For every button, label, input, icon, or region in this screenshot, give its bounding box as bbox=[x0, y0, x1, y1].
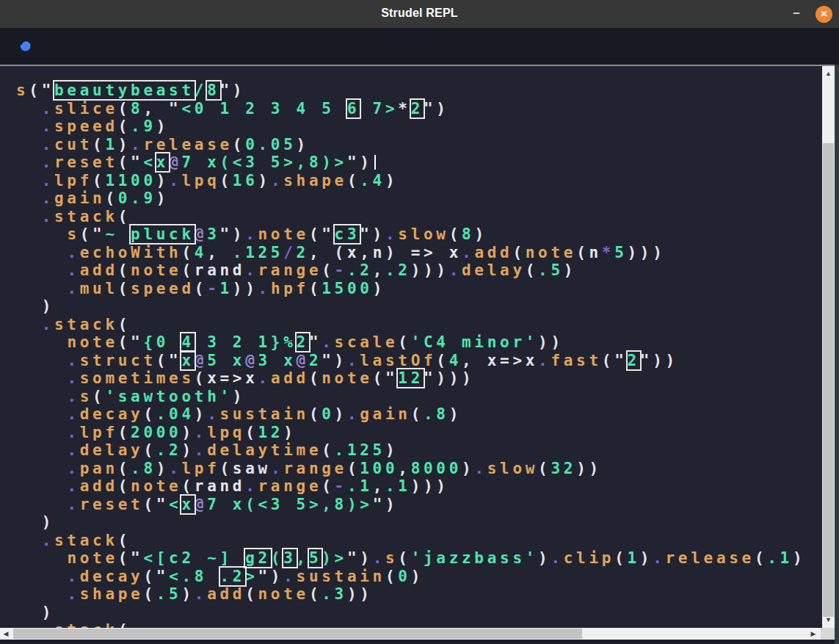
code-line[interactable]: ) bbox=[16, 297, 805, 316]
code-token-fn: sustain bbox=[220, 405, 309, 423]
code-area[interactable]: s("beautybeast/8") .slice(8, "<0 1 2 3 4… bbox=[0, 66, 805, 628]
code-line[interactable]: ) bbox=[16, 604, 805, 622]
code-token-pun bbox=[16, 100, 42, 117]
code-token-pun: ( bbox=[449, 225, 462, 243]
code-token-fn: gain bbox=[54, 189, 105, 207]
code-token-pun: ) bbox=[16, 513, 54, 531]
code-token-str: 'sawtooth' bbox=[105, 388, 232, 405]
highlighted-event-token: beautybeast bbox=[54, 82, 195, 99]
scroll-down-arrow-icon[interactable]: ▼ bbox=[822, 617, 835, 623]
code-token-pun bbox=[16, 585, 67, 603]
code-token-pun: ( bbox=[347, 172, 360, 189]
code-token-pun: ) bbox=[233, 388, 245, 405]
code-token-pun bbox=[16, 477, 67, 495]
code-line[interactable]: s("~ pluck@3").note("c3").slow(8) bbox=[16, 225, 805, 244]
code-token-pun: ( bbox=[118, 208, 131, 225]
titlebar[interactable]: Strudel REPL – ✕ bbox=[0, 0, 839, 28]
code-token-str: .8 bbox=[424, 405, 449, 423]
code-token-fn: add bbox=[474, 244, 512, 261]
code-line[interactable]: note("<[c2 ~] g2(3,5)>").s('jazzbass').c… bbox=[16, 549, 805, 568]
code-token-var: x bbox=[487, 352, 500, 369]
code-token-dot: . bbox=[271, 172, 283, 189]
code-token-pun bbox=[16, 189, 42, 207]
code-line[interactable]: .reset("<x@7 x(<3 5>,8)>") bbox=[16, 153, 805, 172]
code-line[interactable]: .pan(.8).lpf(saw.range(100,8000).slow(32… bbox=[16, 460, 805, 478]
code-token-pun: ) bbox=[181, 441, 194, 459]
code-line[interactable]: .decay("<.8 .2>").sustain(0) bbox=[16, 568, 805, 586]
code-token-dot: . bbox=[245, 261, 258, 279]
code-token-str: .4 bbox=[360, 172, 385, 189]
code-token-str: 7 x(<3 5>,8)> bbox=[207, 496, 372, 513]
code-line[interactable]: .lpf(2000).lpq(12) bbox=[16, 424, 805, 442]
code-token-dot: . bbox=[385, 225, 398, 243]
horizontal-scrollbar[interactable]: ◀ ▶ bbox=[0, 628, 821, 640]
strudel-spiral-logo-icon[interactable] bbox=[15, 36, 35, 56]
horizontal-scrollbar-thumb[interactable] bbox=[13, 629, 582, 639]
code-token-dot: . bbox=[347, 405, 360, 423]
code-line[interactable]: .mul(speed(-1)).hpf(1500) bbox=[16, 280, 805, 298]
code-line[interactable]: .speed(.9) bbox=[16, 117, 805, 136]
code-line[interactable]: .s('sawtooth') bbox=[16, 388, 805, 406]
code-line[interactable]: .delay(.2).delaytime(.125) bbox=[16, 441, 805, 460]
code-line[interactable]: s("beautybeast/8") bbox=[16, 82, 805, 100]
code-token-pun: ( bbox=[755, 549, 767, 567]
code-token-fn: gain bbox=[360, 405, 410, 423]
minimize-icon: – bbox=[793, 6, 799, 20]
scroll-up-arrow-icon[interactable]: ▲ bbox=[822, 70, 835, 77]
code-line[interactable]: ) bbox=[16, 513, 805, 532]
code-line[interactable]: .slice(8, "<0 1 2 3 4 5 6 7>*2") bbox=[16, 100, 805, 118]
code-token-fn: decay bbox=[80, 568, 144, 585]
vertical-scrollbar[interactable]: ▲ ▼ bbox=[822, 66, 835, 628]
code-line[interactable]: .add(note(rand.range(-.1,.1))) bbox=[16, 477, 805, 496]
code-line[interactable]: .reset("<x@7 x(<3 5>,8)>") bbox=[16, 496, 805, 514]
minimize-button[interactable]: – bbox=[786, 3, 807, 23]
code-token-pun: ) bbox=[564, 261, 576, 279]
code-token-fn: stack bbox=[54, 621, 118, 628]
code-line[interactable]: .stack( bbox=[16, 316, 805, 334]
code-token-pun: ) bbox=[118, 136, 131, 153]
code-token-pun: " bbox=[309, 333, 322, 351]
code-line[interactable]: .stack( bbox=[16, 208, 805, 226]
code-line[interactable]: .echoWith(4, .125/2, (x,n) => x.add(note… bbox=[16, 244, 805, 262]
code-token-pun bbox=[16, 280, 67, 297]
code-token-fn: lpf bbox=[80, 424, 118, 441]
code-line[interactable]: .struct("x@5 x@3 x@2").lastOf(4, x=>x.fa… bbox=[16, 352, 805, 370]
code-token-pun: ( bbox=[322, 441, 334, 459]
scroll-left-arrow-icon[interactable]: ◀ bbox=[0, 631, 12, 637]
code-token-pun: ) bbox=[195, 405, 207, 423]
code-token-fn: echoWith bbox=[80, 244, 182, 261]
code-token-str: 0 bbox=[322, 405, 334, 423]
code-line[interactable]: .shape(.5).add(note(.3)) bbox=[16, 585, 805, 604]
code-token-pun: ( bbox=[398, 549, 410, 567]
code-line[interactable]: .decay(.04).sustain(0).gain(.8) bbox=[16, 405, 805, 424]
code-editor[interactable]: s("beautybeast/8") .slice(8, "<0 1 2 3 4… bbox=[0, 66, 822, 628]
code-token-str: 4 bbox=[195, 244, 207, 261]
code-token-str: < bbox=[169, 496, 181, 513]
code-line[interactable]: .stack( bbox=[16, 621, 805, 628]
code-token-pun: ( bbox=[181, 244, 194, 261]
code-line[interactable]: .add(note(rand.range(-.2,.2))).delay(.5) bbox=[16, 261, 805, 280]
code-token-pun: (" bbox=[143, 568, 169, 585]
code-token-pun: ) bbox=[156, 189, 169, 207]
code-line[interactable]: .lpf(1100).lpq(16).shape(.4) bbox=[16, 172, 805, 190]
code-token-dot: . bbox=[195, 441, 207, 459]
code-line[interactable]: .sometimes(x=>x.add(note("12"))) bbox=[16, 369, 805, 388]
code-token-pun: ( bbox=[118, 532, 131, 549]
code-token-dot: . bbox=[67, 460, 79, 477]
code-token-pun: ( bbox=[118, 316, 131, 333]
code-line[interactable]: .gain(0.9) bbox=[16, 189, 805, 208]
highlighted-event-token: c3 bbox=[335, 225, 360, 243]
code-token-pun bbox=[16, 333, 67, 351]
strudel-repl-window: Strudel REPL – ✕ s("beautybeast/8") .sli… bbox=[0, 0, 839, 644]
code-token-dot: . bbox=[67, 369, 79, 387]
code-line[interactable]: .stack( bbox=[16, 532, 805, 550]
code-line[interactable]: .cut(1).release(0.05) bbox=[16, 136, 805, 154]
scroll-right-arrow-icon[interactable]: ▶ bbox=[807, 631, 819, 637]
code-token-pun: ) => bbox=[385, 244, 449, 261]
close-button[interactable]: ✕ bbox=[816, 6, 832, 23]
code-line[interactable]: note("{0 4 3 2 1}%2".scale('C4 minor')) bbox=[16, 333, 805, 352]
vertical-scrollbar-thumb[interactable] bbox=[823, 143, 834, 617]
code-token-fn: lastOf bbox=[360, 352, 436, 369]
code-token-pun: ( bbox=[322, 477, 334, 495]
code-token-pun: ( bbox=[118, 280, 131, 297]
